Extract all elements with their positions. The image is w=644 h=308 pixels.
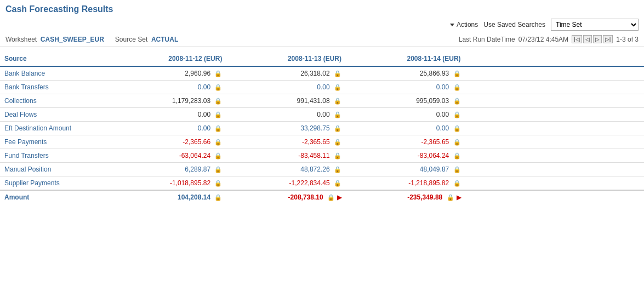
source-set-value: ACTUAL <box>151 36 178 43</box>
table-row: Bank Transfers 0.00 🔒 0.00 🔒 0.00 🔒 <box>0 81 644 94</box>
data-cell: -2,365.65 🔒 <box>346 135 465 149</box>
page-title: Cash Forecasting Results <box>0 0 644 16</box>
lock-icon: 🔒 <box>334 111 341 118</box>
col-empty2 <box>555 52 644 66</box>
lock-icon: 🔒 <box>334 84 341 91</box>
source-name: Fee Payments <box>0 135 107 149</box>
col-date2: 2008-11-13 (EUR) <box>226 52 346 66</box>
lock-icon: 🔒 <box>334 98 341 105</box>
data-cell: 48,049.87 🔒 <box>346 163 465 176</box>
data-cell: -1,018,895.82 🔒 <box>107 176 227 191</box>
amount-label: Amount <box>0 190 107 204</box>
data-cell: 0.00 🔒 <box>107 108 227 122</box>
pagination-nav: |◁ ◁ ▷ ▷| <box>572 35 613 43</box>
top-bar: Actions Use Saved Searches Time Set <box>0 16 644 33</box>
lock-icon: 🔒 <box>453 152 461 159</box>
table-header-row: Source 2008-11-12 (EUR) 2008-11-13 (EUR)… <box>0 52 644 66</box>
warning-icon: ▶ <box>337 194 341 201</box>
data-cell: 0.00 🔒 <box>346 81 465 94</box>
col-empty1 <box>465 52 555 66</box>
empty-cell <box>465 163 555 176</box>
empty-cell <box>555 190 644 204</box>
empty-cell <box>555 94 644 108</box>
empty-cell <box>465 122 555 135</box>
source-name: Manual Position <box>0 163 107 176</box>
empty-cell <box>465 66 555 81</box>
warning-icon: ▶ <box>457 194 461 201</box>
data-cell: 6,289.87 🔒 <box>107 163 227 176</box>
empty-cell <box>555 108 644 122</box>
lock-icon: 🔒 <box>327 194 335 201</box>
lock-icon: 🔒 <box>214 70 222 77</box>
lock-icon: 🔒 <box>453 139 461 146</box>
lock-icon: 🔒 <box>214 125 222 132</box>
data-cell: 0.00 🔒 <box>346 122 465 135</box>
lock-icon: 🔒 <box>214 152 222 159</box>
empty-cell <box>465 81 555 94</box>
data-cell: -208,738.10 🔒▶ <box>226 190 346 204</box>
data-cell: 995,059.03 🔒 <box>346 94 465 108</box>
data-cell: 48,872.26 🔒 <box>226 163 346 176</box>
empty-cell <box>465 94 555 108</box>
empty-cell <box>555 163 644 176</box>
table-row: Fee Payments -2,365.66 🔒 -2,365.65 🔒 -2,… <box>0 135 644 149</box>
lock-icon: 🔒 <box>214 111 222 118</box>
col-date3: 2008-11-14 (EUR) <box>346 52 465 66</box>
data-cell: -83,064.24 🔒 <box>346 149 465 163</box>
last-run-value: 07/23/12 4:45AM <box>518 36 568 43</box>
data-cell: 25,866.93 🔒 <box>346 66 465 81</box>
table-row: Deal Flows 0.00 🔒 0.00 🔒 0.00 🔒 <box>0 108 644 122</box>
lock-icon: 🔒 <box>453 70 461 77</box>
results-table: Source 2008-11-12 (EUR) 2008-11-13 (EUR)… <box>0 52 644 204</box>
lock-icon: 🔒 <box>214 84 222 91</box>
last-page-button[interactable]: ▷| <box>603 35 613 43</box>
data-cell: 0.00 🔒 <box>226 81 346 94</box>
lock-icon: 🔒 <box>214 166 222 173</box>
source-name: Collections <box>0 94 107 108</box>
lock-icon: 🔒 <box>453 111 461 118</box>
meta-bar: Worksheet CASH_SWEEP_EUR Source Set ACTU… <box>0 33 644 47</box>
data-cell: 0.00 🔒 <box>346 108 465 122</box>
lock-icon: 🔒 <box>453 98 461 105</box>
empty-cell <box>465 190 555 204</box>
lock-icon: 🔒 <box>453 180 461 187</box>
source-name: Fund Transfers <box>0 149 107 163</box>
prev-page-button[interactable]: ◁ <box>583 35 592 43</box>
empty-cell <box>465 176 555 191</box>
data-cell: -2,365.66 🔒 <box>107 135 227 149</box>
table-row: Eft Destination Amount 0.00 🔒 33,298.75 … <box>0 122 644 135</box>
source-name: Bank Transfers <box>0 81 107 94</box>
data-cell: -1,218,895.82 🔒 <box>346 176 465 191</box>
lock-icon: 🔒 <box>453 166 461 173</box>
meta-left: Worksheet CASH_SWEEP_EUR Source Set ACTU… <box>5 36 178 43</box>
empty-cell <box>465 135 555 149</box>
table-row: Supplier Payments -1,018,895.82 🔒 -1,222… <box>0 176 644 191</box>
data-cell: 0.00 🔒 <box>107 122 227 135</box>
lock-icon: 🔒 <box>453 84 461 91</box>
empty-cell <box>555 81 644 94</box>
table-row: Fund Transfers -63,064.24 🔒 -83,458.11 🔒… <box>0 149 644 163</box>
empty-cell <box>465 108 555 122</box>
actions-button[interactable]: Actions <box>450 21 478 28</box>
saved-searches-select[interactable]: Time Set <box>551 19 639 31</box>
lock-icon: 🔒 <box>334 70 341 77</box>
source-name: Eft Destination Amount <box>0 122 107 135</box>
col-date1: 2008-11-12 (EUR) <box>107 52 227 66</box>
lock-icon: 🔒 <box>214 180 222 187</box>
pagination-label: 1-3 of 3 <box>616 36 639 43</box>
table-row: Collections 1,179,283.03 🔒 991,431.08 🔒 … <box>0 94 644 108</box>
empty-cell <box>555 122 644 135</box>
table-row: Bank Balance 2,960.96 🔒 26,318.02 🔒 25,8… <box>0 66 644 81</box>
data-cell: 33,298.75 🔒 <box>226 122 346 135</box>
amount-row: Amount 104,208.14 🔒 -208,738.10 🔒▶ -235,… <box>0 190 644 204</box>
meta-right: Last Run DateTime 07/23/12 4:45AM |◁ ◁ ▷… <box>459 35 639 43</box>
data-cell: 104,208.14 🔒 <box>107 190 227 204</box>
data-cell: 991,431.08 🔒 <box>226 94 346 108</box>
first-page-button[interactable]: |◁ <box>572 35 582 43</box>
data-cell: -83,458.11 🔒 <box>226 149 346 163</box>
lock-icon: 🔒 <box>214 139 222 146</box>
lock-icon: 🔒 <box>214 98 222 105</box>
next-page-button[interactable]: ▷ <box>593 35 602 43</box>
lock-icon: 🔒 <box>334 166 341 173</box>
empty-cell <box>555 66 644 81</box>
